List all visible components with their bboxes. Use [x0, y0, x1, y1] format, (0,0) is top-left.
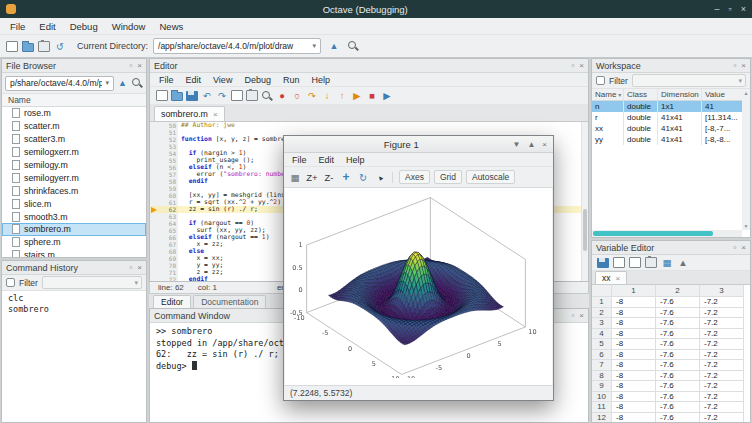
figure-window[interactable]: Figure 1 ▼ ▲ × FileEditHelp ▦Z+Z-+↻▲ Axe… — [283, 135, 554, 401]
ve-row-header[interactable]: 11 — [592, 402, 612, 413]
workspace-row[interactable]: rdouble41x41[11.314... — [592, 112, 750, 123]
ve-cell[interactable]: -8 — [612, 381, 656, 392]
tab-editor[interactable]: Editor — [153, 295, 191, 308]
fb-dir-up-icon[interactable]: ▲ — [116, 75, 129, 91]
file-item[interactable]: stairs.m — [2, 249, 146, 257]
ve-cell[interactable]: -7.6 — [656, 402, 700, 413]
scroll-up-icon[interactable]: ▲ — [744, 90, 749, 96]
file-item[interactable]: slice.m — [2, 197, 146, 210]
ve-cell[interactable]: -7.2 — [700, 360, 744, 371]
close-panel-icon[interactable]: × — [741, 243, 746, 252]
editor-menu-help[interactable]: Help — [306, 75, 335, 85]
editor-menu-view[interactable]: View — [208, 75, 237, 85]
ve-cell[interactable]: -8 — [612, 297, 656, 308]
open-file-icon[interactable] — [22, 43, 34, 52]
ve-column-header[interactable]: 1 — [612, 285, 656, 297]
editor-scrollbar[interactable] — [581, 122, 588, 281]
workspace-column-class[interactable]: Class — [624, 89, 658, 100]
new-script-icon[interactable] — [6, 41, 18, 52]
history-item[interactable]: sombrero — [2, 304, 146, 315]
ve-cell[interactable]: -7.2 — [700, 297, 744, 308]
paste-icon[interactable] — [38, 41, 50, 52]
ve-cell[interactable]: -8 — [612, 371, 656, 382]
ve-cell[interactable]: -7.6 — [656, 308, 700, 319]
zoom-out-button[interactable]: Z- — [323, 171, 335, 184]
editor-menu-edit[interactable]: Edit — [181, 75, 207, 85]
close-tab-icon[interactable]: × — [616, 274, 621, 283]
file-item[interactable]: smooth3.m — [2, 210, 146, 223]
paste-icon[interactable] — [645, 257, 657, 268]
ve-row-header[interactable]: 1 — [592, 297, 612, 308]
find-icon[interactable] — [261, 90, 273, 102]
file-item[interactable]: scatter3.m — [2, 133, 146, 146]
menu-news[interactable]: News — [153, 20, 189, 33]
undo-icon[interactable]: ↶ — [201, 89, 213, 102]
file-item[interactable]: semilogyerr.m — [2, 171, 146, 184]
step-in-icon[interactable]: ↓ — [321, 89, 333, 102]
ve-row-header[interactable]: 10 — [592, 392, 612, 403]
ve-cell[interactable]: -7.2 — [700, 329, 744, 340]
run-file-icon[interactable]: ▶ — [381, 89, 393, 102]
close-icon[interactable]: × — [741, 4, 746, 14]
ve-cell[interactable]: -7.6 — [656, 339, 700, 350]
variable-tab-xx[interactable]: xx × — [595, 271, 627, 284]
file-item[interactable]: scatter.m — [2, 120, 146, 133]
ve-cell[interactable]: -7.2 — [700, 339, 744, 350]
ve-row-header[interactable]: 9 — [592, 381, 612, 392]
directory-up-icon[interactable]: ▲ — [326, 38, 342, 54]
ve-cell[interactable]: -7.2 — [700, 350, 744, 361]
file-item[interactable]: sombrero.m — [2, 223, 146, 236]
toolbar-toggle-icon[interactable]: ▦ — [289, 171, 301, 184]
file-item[interactable]: shrinkfaces.m — [2, 184, 146, 197]
ve-cell[interactable]: -7.2 — [700, 318, 744, 329]
grid-button[interactable]: Grid — [434, 170, 462, 184]
stop-debug-icon[interactable]: ■ — [366, 89, 378, 102]
file-item[interactable]: rose.m — [2, 107, 146, 120]
ve-row-header[interactable]: 6 — [592, 350, 612, 361]
toggle-breakpoint-icon[interactable]: ● — [276, 89, 288, 102]
new-script-icon[interactable] — [156, 90, 168, 101]
code-line[interactable]: 50## Author: jwe — [150, 122, 588, 129]
filter-combo[interactable]: ▾ — [42, 276, 142, 289]
maximize-icon[interactable]: ▲ — [527, 140, 535, 149]
editor-tab-sombrero[interactable]: sombrero.m × — [154, 106, 225, 121]
figure-menu-help[interactable]: Help — [341, 155, 370, 165]
ve-column-header[interactable]: 3 — [700, 285, 744, 297]
ve-row-header[interactable]: 3 — [592, 318, 612, 329]
ve-cell[interactable]: -7.6 — [656, 329, 700, 340]
ve-cell[interactable]: -8 — [612, 392, 656, 403]
ve-cell[interactable]: -8 — [612, 329, 656, 340]
ve-cell[interactable]: -7.6 — [656, 381, 700, 392]
history-item[interactable]: clc — [2, 293, 146, 304]
ve-cell[interactable]: -7.2 — [700, 392, 744, 403]
ve-row-header[interactable]: 2 — [592, 308, 612, 319]
undock-icon[interactable]: ▫ — [129, 61, 132, 70]
workspace-column-dimension[interactable]: Dimension — [658, 89, 702, 100]
filter-combo[interactable]: ▾ — [632, 74, 746, 87]
ve-cell[interactable]: -8 — [612, 308, 656, 319]
cut-icon[interactable] — [613, 257, 625, 268]
workspace-vscrollbar[interactable]: ▲ ▼ — [742, 89, 750, 230]
plot-variable-icon[interactable]: ▦ — [661, 256, 673, 269]
ve-cell[interactable]: -8 — [612, 413, 656, 423]
redo-icon[interactable]: ↷ — [216, 89, 228, 102]
editor-menu-file[interactable]: File — [154, 75, 179, 85]
ve-cell[interactable]: -7.6 — [656, 371, 700, 382]
figure-menu-file[interactable]: File — [287, 155, 312, 165]
remove-breakpoints-icon[interactable]: ○ — [291, 89, 303, 102]
zoom-in-button[interactable]: Z+ — [306, 171, 318, 184]
level-up-icon[interactable]: ▲ — [677, 256, 689, 269]
ve-cell[interactable]: -8 — [612, 360, 656, 371]
scrollbar-thumb[interactable] — [583, 209, 587, 250]
editor-menu-run[interactable]: Run — [278, 75, 305, 85]
ve-cell[interactable]: -8 — [612, 318, 656, 329]
workspace-row[interactable]: ndouble1x141 — [592, 101, 750, 112]
ve-cell[interactable]: -7.2 — [700, 413, 744, 423]
continue-icon[interactable]: ▶ — [351, 89, 363, 102]
tab-documentation[interactable]: Documentation — [193, 295, 266, 308]
step-over-icon[interactable]: ↷ — [306, 89, 318, 102]
close-panel-icon[interactable]: × — [579, 311, 584, 320]
close-tab-icon[interactable]: × — [213, 110, 218, 119]
rotate-icon[interactable]: ↻ — [357, 171, 369, 184]
file-item[interactable]: semilogxerr.m — [2, 146, 146, 159]
